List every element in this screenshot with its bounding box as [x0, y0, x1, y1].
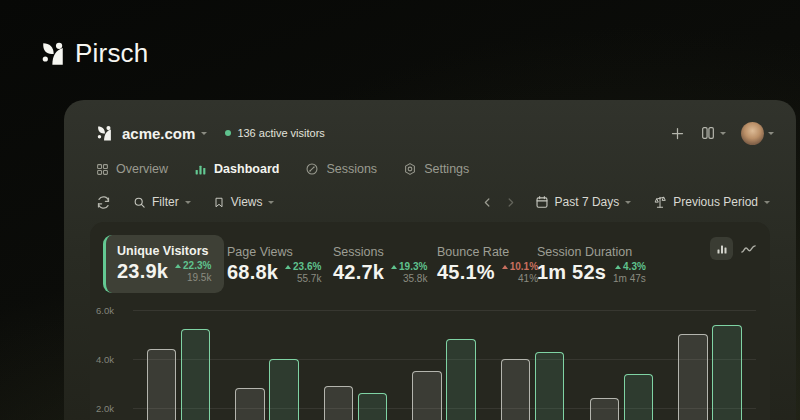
bar-chart-icon [194, 163, 207, 176]
gridline [133, 310, 756, 311]
stat-page-views[interactable]: Page Views 68.8k 23.6% 55.7k [227, 245, 321, 284]
pirsch-logo-icon [40, 40, 66, 68]
arrow-up-icon [502, 265, 508, 269]
live-dot-icon [225, 130, 231, 136]
chevron-down-icon[interactable] [201, 132, 207, 138]
pirsch-dashboard-screen: Pirsch acme.com 136 active visitors [0, 0, 800, 420]
chevron-down-icon [625, 201, 631, 207]
previous-value: 41% [518, 273, 538, 284]
previous-value: 19.5k [187, 272, 211, 283]
chevron-down-icon [768, 132, 774, 138]
bar-current-period [358, 393, 388, 420]
arrow-up-icon [615, 265, 621, 269]
chevron-down-icon [185, 201, 191, 207]
line-chart-toggle[interactable] [740, 242, 757, 256]
active-visitors: 136 active visitors [225, 127, 324, 139]
change-badge: 10.1% [502, 261, 538, 272]
stat-bounce-rate[interactable]: Bounce Rate 45.1% 10.1% 41% [437, 245, 538, 284]
bookmark-icon [213, 196, 225, 209]
refresh-icon [96, 195, 111, 210]
chevron-right-icon[interactable] [504, 196, 517, 209]
refresh-button[interactable] [96, 195, 111, 210]
brand-logo: Pirsch [40, 38, 148, 69]
scale-balance-icon [653, 195, 667, 209]
brand-name: Pirsch [75, 38, 148, 69]
chart-type-toggles [710, 237, 757, 260]
comparison-dropdown[interactable]: Previous Period [653, 195, 770, 209]
bar-previous-period [324, 386, 354, 420]
views-dropdown[interactable]: Views [213, 195, 275, 209]
bar-previous-period [590, 398, 620, 420]
user-menu[interactable] [741, 122, 774, 145]
bar-current-period [535, 352, 565, 420]
filter-dropdown[interactable]: Filter [133, 195, 191, 209]
plus-icon [670, 126, 685, 141]
date-range-dropdown[interactable]: Past 7 Days [535, 195, 632, 209]
bar-current-period [624, 374, 654, 420]
line-chart-icon [740, 242, 757, 256]
toolbar: Filter Views Past 7 Days [96, 191, 770, 213]
bar-previous-period [235, 388, 265, 420]
arrow-up-icon [285, 265, 291, 269]
stat-unique-visitors: Unique Visitors 23.9k 22.3% 19.5k [117, 244, 211, 283]
stat-session-duration[interactable]: Session Duration 1m 52s 4.3% 1m 47s [537, 245, 646, 284]
y-axis-tick-label: 2.0k [96, 403, 130, 414]
main-nav: Overview Dashboard Sessions Settings [96, 162, 469, 176]
book-icon [700, 125, 716, 141]
site-switcher[interactable]: acme.com [122, 125, 195, 142]
metrics-panel: Unique Visitors 23.9k 22.3% 19.5k Page V… [90, 222, 770, 420]
tab-settings[interactable]: Settings [403, 162, 469, 176]
change-badge: 23.6% [285, 261, 321, 272]
pirsch-logo-icon-small [96, 124, 113, 143]
bar-previous-period [412, 371, 442, 420]
bar-current-period [181, 329, 211, 420]
grid-icon [96, 163, 109, 176]
bar-chart-icon [716, 243, 728, 255]
search-icon [133, 196, 146, 209]
panel-header: acme.com 136 active visitors [96, 120, 774, 146]
change-badge: 4.3% [615, 261, 646, 272]
chevron-left-icon[interactable] [481, 196, 494, 209]
resources-menu[interactable] [700, 125, 726, 141]
change-badge: 19.3% [391, 261, 427, 272]
y-axis-tick-label: 6.0k [96, 305, 130, 316]
arrow-up-icon [175, 264, 181, 268]
chevron-down-icon [720, 132, 726, 138]
stat-card-unique-visitors[interactable]: Unique Visitors 23.9k 22.3% 19.5k [103, 235, 224, 293]
bar-current-period [446, 339, 476, 420]
tab-sessions[interactable]: Sessions [305, 162, 377, 176]
bar-chart-toggle[interactable] [710, 237, 733, 260]
change-badge: 22.3% [175, 260, 211, 271]
sessions-compass-icon [305, 162, 319, 176]
add-button[interactable] [670, 126, 685, 141]
bar-previous-period [147, 349, 177, 420]
tab-dashboard[interactable]: Dashboard [194, 162, 279, 176]
settings-gear-icon [403, 162, 417, 176]
bar-previous-period [678, 334, 708, 420]
bar-previous-period [501, 359, 531, 420]
arrow-up-icon [391, 265, 397, 269]
avatar [741, 122, 764, 145]
bar-current-period [269, 359, 299, 420]
chevron-down-icon [268, 201, 274, 207]
gridline [133, 408, 756, 409]
previous-value: 35.8k [403, 273, 427, 284]
previous-value: 55.7k [297, 273, 321, 284]
stat-sessions[interactable]: Sessions 42.7k 19.3% 35.8k [333, 245, 427, 284]
chevron-down-icon [764, 201, 770, 207]
tab-overview[interactable]: Overview [96, 162, 168, 176]
chart-plot: 2.0k4.0k6.0k [133, 300, 756, 420]
calendar-icon [535, 195, 549, 209]
y-axis-tick-label: 4.0k [96, 354, 130, 365]
dashboard-panel: acme.com 136 active visitors [64, 100, 796, 420]
bar-current-period [712, 325, 742, 420]
gridline [133, 359, 756, 360]
previous-value: 1m 47s [613, 273, 646, 284]
